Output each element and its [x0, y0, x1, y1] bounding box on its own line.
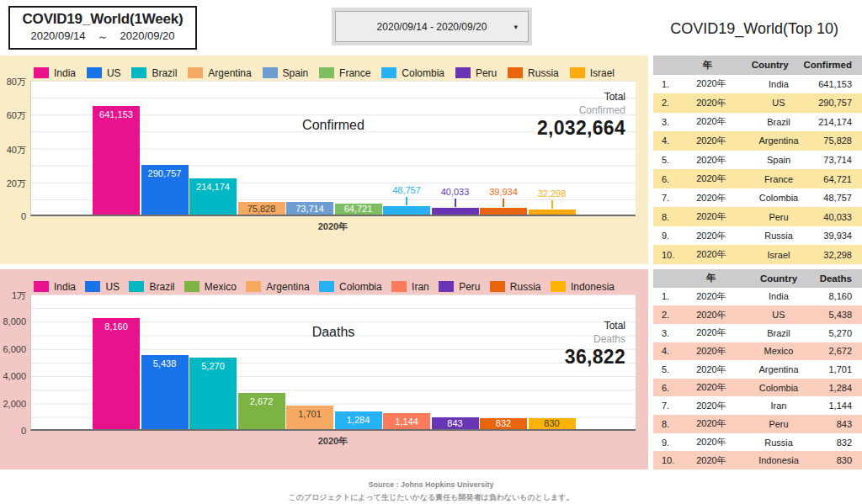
row-index: 4.	[653, 135, 680, 146]
label-connector	[551, 200, 553, 209]
report-date-range: 2020/09/14 ～ 2020/09/20	[30, 29, 174, 45]
legend-label: France	[339, 67, 370, 79]
row-country: US	[742, 310, 815, 320]
total-label: Total	[565, 320, 625, 332]
date-range-dropdown[interactable]: 2020/09/14 - 2020/09/20 ▾	[335, 11, 529, 42]
table-row[interactable]: 4.2020年Mexico2,672	[653, 342, 862, 361]
row-country: Argentina	[742, 364, 815, 374]
legend-item-colombia[interactable]: Colombia	[381, 65, 444, 81]
legend-swatch-icon	[439, 281, 454, 292]
table-row[interactable]: 1.2020年India8,160	[653, 288, 862, 306]
legend-item-russia[interactable]: Russia	[508, 65, 559, 81]
table-row[interactable]: 3.2020年Brazil214,174	[653, 113, 862, 132]
deaths-chart-section: IndiaUSBrazilMexicoArgentinaColombiaIran…	[0, 269, 648, 470]
legend-item-israel[interactable]: Israel	[570, 65, 615, 81]
row-year: 2020年	[680, 363, 742, 376]
legend-item-mexico[interactable]: Mexico	[184, 279, 237, 294]
table-row[interactable]: 8.2020年Peru40,033	[653, 207, 862, 226]
bar-value-label: 832	[480, 418, 527, 428]
total-label: Total	[537, 91, 625, 103]
table-row[interactable]: 8.2020年Peru843	[653, 415, 862, 433]
legend-label: India	[54, 67, 76, 79]
legend-item-argentina[interactable]: Argentina	[246, 279, 309, 294]
table-row[interactable]: 6.2020年France64,721	[653, 169, 862, 188]
legend-item-us[interactable]: US	[85, 279, 120, 294]
table-row[interactable]: 2.2020年US290,757	[653, 93, 862, 113]
row-year: 2020年	[680, 326, 742, 339]
legend-item-iran[interactable]: Iran	[391, 279, 429, 294]
plot-area: 80万60万40万20万0641,153290,757214,17475,828…	[30, 81, 636, 216]
legend-swatch-icon	[131, 67, 146, 78]
row-value: 843	[815, 419, 862, 429]
total-scorecard: TotalConfirmed2,032,664	[537, 91, 625, 140]
table-row[interactable]: 9.2020年Russia832	[653, 433, 862, 452]
confirmed-top10-table: 年CountryConfirmed1.2020年India641,1532.20…	[653, 56, 862, 264]
label-connector	[406, 197, 407, 205]
legend-item-brazil[interactable]: Brazil	[129, 279, 174, 294]
legend-label: Peru	[476, 67, 497, 79]
legend-swatch-icon	[319, 281, 334, 292]
bar-colombia[interactable]	[383, 206, 430, 215]
legend-label: Russia	[510, 281, 541, 293]
table-header-row: 年CountryConfirmed	[653, 56, 862, 75]
table-row[interactable]: 9.2020年Russia39,934	[653, 226, 862, 246]
row-year: 2020年	[680, 97, 742, 109]
legend-swatch-icon	[551, 281, 566, 292]
table-row[interactable]: 5.2020年Argentina1,701	[653, 360, 862, 379]
row-country: Spain	[742, 155, 815, 165]
table-row[interactable]: 2.2020年US5,438	[653, 305, 862, 324]
chart-legend: IndiaUSBrazilMexicoArgentinaColombiaIran…	[0, 269, 648, 294]
bar-value-label: 1,701	[286, 409, 333, 419]
legend-label: US	[105, 281, 120, 293]
table-row[interactable]: 7.2020年Iran1,144	[653, 396, 862, 415]
legend-item-indonesia[interactable]: Indonesia	[551, 279, 615, 294]
bar-israel[interactable]	[529, 210, 576, 215]
bar-russia[interactable]	[480, 208, 527, 215]
row-year: 2020年	[680, 345, 742, 358]
legend-item-france[interactable]: France	[319, 65, 370, 81]
table-row[interactable]: 1.2020年India641,153	[653, 75, 862, 94]
legend-item-colombia[interactable]: Colombia	[319, 279, 382, 294]
bar-peru[interactable]	[432, 208, 479, 215]
legend-swatch-icon	[34, 67, 49, 78]
legend-item-spain[interactable]: Spain	[263, 65, 309, 81]
plot-area: 1万8,0006,0004,0002,00008,1605,4385,2702,…	[30, 294, 636, 431]
legend-swatch-icon	[381, 67, 396, 78]
row-country: Argentina	[742, 135, 815, 146]
date-from: 2020/09/14	[30, 29, 85, 45]
legend-swatch-icon	[508, 67, 523, 78]
legend-item-india[interactable]: India	[34, 65, 76, 81]
row-country: Colombia	[742, 193, 815, 203]
table-row[interactable]: 10.2020年Israel32,298	[653, 245, 862, 264]
table-row[interactable]: 10.2020年Indonesia830	[653, 451, 862, 470]
legend-item-brazil[interactable]: Brazil	[131, 65, 177, 81]
row-value: 8,160	[815, 291, 862, 301]
row-value: 832	[815, 438, 862, 448]
legend-item-peru[interactable]: Peru	[439, 279, 480, 294]
legend-swatch-icon	[34, 281, 49, 292]
legend-item-india[interactable]: India	[34, 279, 76, 294]
table-row[interactable]: 5.2020年Spain73,714	[653, 151, 862, 170]
header-metric: Deaths	[815, 273, 862, 284]
legend-item-russia[interactable]: Russia	[490, 279, 541, 294]
table-row[interactable]: 7.2020年Colombia48,757	[653, 188, 862, 208]
legend-swatch-icon	[85, 281, 100, 292]
confirmed-chart-section: IndiaUSBrazilArgentinaSpainFranceColombi…	[0, 56, 648, 264]
legend-swatch-icon	[263, 67, 278, 78]
legend-label: Mexico	[205, 281, 237, 293]
legend-swatch-icon	[188, 67, 203, 78]
row-value: 73,714	[815, 155, 862, 165]
bar-value-label: 75,828	[238, 204, 285, 214]
tilde: ～	[98, 29, 109, 45]
table-row[interactable]: 3.2020年Brazil5,270	[653, 324, 862, 342]
row-year: 2020年	[680, 290, 742, 303]
row-year: 2020年	[680, 135, 742, 147]
table-row[interactable]: 6.2020年Colombia1,284	[653, 379, 862, 397]
legend-label: Argentina	[208, 67, 251, 79]
header-metric: Confirmed	[804, 60, 862, 70]
legend-item-us[interactable]: US	[87, 65, 121, 81]
legend-item-argentina[interactable]: Argentina	[188, 65, 251, 81]
table-row[interactable]: 4.2020年Argentina75,828	[653, 131, 862, 151]
footer: Source : Johns Hopkins University このプロジェ…	[0, 475, 862, 503]
legend-item-peru[interactable]: Peru	[455, 65, 497, 81]
